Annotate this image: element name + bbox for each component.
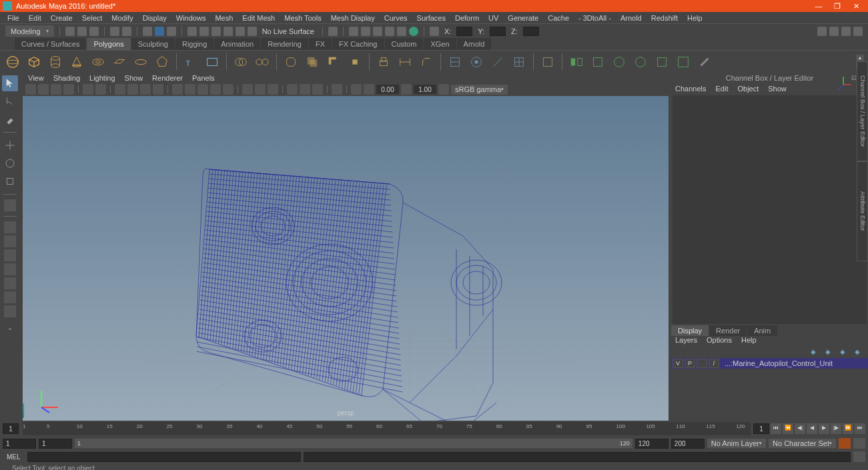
multicut-icon[interactable]	[446, 53, 464, 71]
select-tool[interactable]	[2, 75, 18, 91]
gamma-field[interactable]	[414, 85, 436, 94]
menu-redshift[interactable]: Redshift	[646, 14, 683, 22]
uv-auto-icon[interactable]	[653, 53, 671, 71]
cone-icon[interactable]	[68, 53, 85, 71]
cbmenu-show[interactable]: Show	[768, 85, 787, 93]
shelf-tab-arnold[interactable]: Arnold	[457, 38, 492, 50]
shelf-tab-xgen[interactable]: XGen	[424, 38, 456, 50]
close-button[interactable]: ✕	[847, 2, 865, 11]
motion-blur-icon[interactable]	[300, 84, 310, 95]
layout-two-icon[interactable]	[4, 249, 16, 261]
snap-live-icon[interactable]	[248, 27, 257, 36]
menu-mesh[interactable]: Mesh	[210, 14, 238, 22]
layer-tab-anim[interactable]: Anim	[747, 325, 777, 336]
layout-four-icon[interactable]	[4, 235, 16, 247]
shelf-tab-animation[interactable]: Animation	[214, 38, 260, 50]
last-tool[interactable]	[4, 199, 16, 211]
viewmenu-panels[interactable]: Panels	[192, 74, 215, 82]
prefs-icon[interactable]	[853, 438, 865, 449]
bridge-icon[interactable]	[396, 53, 414, 71]
hypershade-icon[interactable]	[397, 27, 406, 36]
target-weld-icon[interactable]	[468, 53, 485, 71]
menu-meshdisplay[interactable]: Mesh Display	[326, 14, 380, 22]
script-editor-icon[interactable]	[853, 451, 865, 462]
shelf-tab-fx[interactable]: FX	[309, 38, 332, 50]
undo-icon[interactable]	[110, 27, 119, 36]
viewmenu-show[interactable]: Show	[125, 74, 143, 82]
select-by-object-icon[interactable]	[143, 27, 152, 36]
range-inner-start[interactable]	[39, 439, 72, 449]
layer-color-cell[interactable]: /	[709, 359, 719, 368]
menu-curves[interactable]: Curves	[380, 14, 412, 22]
viewmenu-shading[interactable]: Shading	[53, 74, 80, 82]
layout-outliner-icon[interactable]	[4, 263, 16, 275]
menu-edit[interactable]: Edit	[24, 14, 46, 22]
step-fwd-button[interactable]: ⏩	[843, 423, 853, 434]
rotate-tool[interactable]	[2, 155, 18, 171]
select-by-component-icon[interactable]	[155, 27, 164, 36]
save-scene-icon[interactable]	[89, 27, 99, 36]
menu-generate[interactable]: Generate	[503, 14, 543, 22]
lock-camera-icon[interactable]	[38, 84, 49, 95]
bool-diff-icon[interactable]	[325, 53, 342, 71]
menu-file[interactable]: File	[3, 14, 24, 22]
layer-tab-display[interactable]: Display	[671, 325, 709, 336]
z-field[interactable]	[523, 27, 539, 36]
channel-box-body[interactable]	[673, 95, 867, 324]
bool-union-icon[interactable]	[304, 53, 321, 71]
spin1-icon[interactable]	[364, 84, 374, 95]
paint-select-tool[interactable]	[2, 111, 18, 127]
menu-deform[interactable]: Deform	[450, 14, 484, 22]
viewtransform-icon[interactable]	[438, 84, 449, 95]
exposure-icon[interactable]	[351, 84, 362, 95]
menu-display[interactable]: Display	[138, 14, 171, 22]
menu-dtoall[interactable]: - 3DtoAll -	[574, 14, 616, 22]
maximize-button[interactable]: ❐	[828, 2, 847, 11]
range-end[interactable]	[671, 439, 705, 449]
key-fwd-button[interactable]: |▶	[831, 423, 841, 434]
bool-intersect-icon[interactable]	[346, 53, 364, 71]
current-frame-left[interactable]	[3, 423, 19, 434]
menu-help[interactable]: Help	[683, 14, 707, 22]
torus-icon[interactable]	[89, 53, 107, 71]
xray-joints-icon[interactable]	[268, 84, 278, 95]
layout-hyper-icon[interactable]	[4, 291, 16, 303]
separate-icon[interactable]	[254, 53, 271, 71]
symmetry-icon[interactable]	[430, 27, 439, 36]
film-gate-icon[interactable]	[127, 84, 138, 95]
anim-layer-dropdown[interactable]: No Anim Layer	[707, 439, 766, 448]
menu-uv[interactable]: UV	[484, 14, 503, 22]
select-camera-icon[interactable]	[25, 84, 36, 95]
resolution-gate-icon[interactable]	[140, 84, 151, 95]
cbmenu-edit[interactable]: Edit	[715, 85, 728, 93]
range-inner-end[interactable]	[635, 439, 669, 449]
ao-icon[interactable]	[287, 84, 298, 95]
color-space-dropdown[interactable]: sRGB gamma	[451, 85, 508, 95]
layer-vis-cell[interactable]: V	[673, 359, 683, 368]
menu-meshtools[interactable]: Mesh Tools	[280, 14, 326, 22]
xray-icon[interactable]	[255, 84, 266, 95]
isolate-icon[interactable]	[242, 84, 253, 95]
shelf-tab-polygons[interactable]: Polygons	[87, 38, 130, 50]
script-lang-label[interactable]: MEL	[3, 453, 25, 461]
playblast-icon[interactable]	[409, 27, 418, 36]
disc-icon[interactable]	[132, 53, 149, 71]
layer-play-cell[interactable]: P	[685, 359, 695, 368]
type-icon[interactable]: T	[182, 53, 199, 71]
layer-row[interactable]: V P / ...:Marine_Autopilot_Control_Unit	[671, 358, 868, 369]
shelf-tab-rigging[interactable]: Rigging	[175, 38, 213, 50]
snap-surface-icon[interactable]	[236, 27, 245, 36]
layer-tab-render[interactable]: Render	[709, 325, 747, 336]
layer-new-icon[interactable]: ◈	[811, 348, 820, 356]
panel-toggle-3-icon[interactable]	[841, 27, 851, 36]
ipn-render-icon[interactable]	[361, 27, 370, 36]
command-input[interactable]	[27, 452, 301, 462]
viewmenu-view[interactable]: View	[28, 74, 44, 82]
layer-down-icon[interactable]: ◈	[855, 348, 864, 356]
cbmenu-object[interactable]: Object	[737, 85, 759, 93]
snap-grid-icon[interactable]	[187, 27, 197, 36]
render-frame-icon[interactable]	[349, 27, 358, 36]
construction-history-icon[interactable]	[328, 27, 338, 36]
open-scene-icon[interactable]	[77, 27, 87, 36]
wireframe-icon[interactable]	[172, 84, 183, 95]
